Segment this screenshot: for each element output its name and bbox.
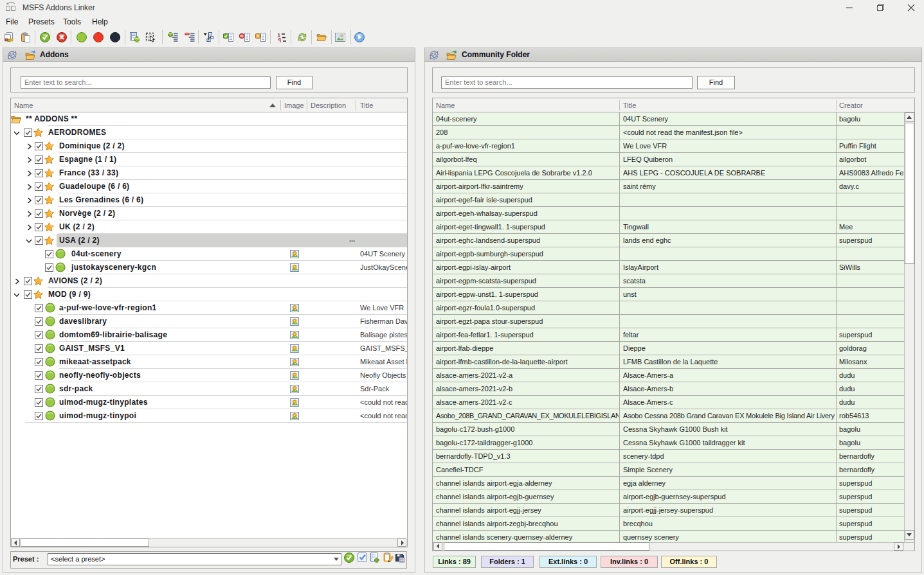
- svg-text:i: i: [280, 39, 281, 43]
